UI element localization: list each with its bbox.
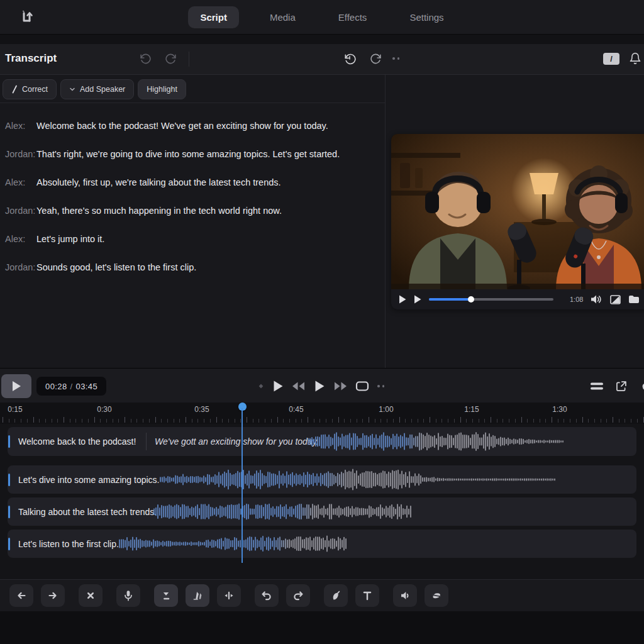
speaker-label: Jordan:: [5, 204, 36, 217]
timeline-clip[interactable]: Let's dive into some amazing topics.: [8, 465, 636, 494]
nav-tabs: Script Media Effects Settings: [0, 0, 644, 34]
export-icon[interactable]: [614, 380, 628, 393]
video-controls-bar: 1:08: [391, 289, 644, 309]
video-progress-knob[interactable]: [468, 296, 474, 303]
redo-alt-icon[interactable]: [370, 53, 382, 65]
redo-icon: [291, 589, 305, 602]
clip-accent-bar: [8, 506, 10, 518]
cut-x-icon: [84, 589, 97, 602]
cut-button[interactable]: [79, 584, 103, 607]
nav-sub-strip: [0, 35, 644, 44]
time-separator: /: [70, 382, 73, 391]
tracks-menu-icon[interactable]: [590, 382, 604, 391]
split-clip-icon: [191, 589, 204, 602]
more-options-icon[interactable]: [392, 57, 399, 60]
transcript-text: Absolutely, first up, we're talking abou…: [36, 177, 281, 187]
speaker-label: Alex:: [5, 176, 36, 189]
transcript-line[interactable]: Jordan:Sounds good, let's listen to the …: [5, 261, 377, 274]
record-button[interactable]: [116, 584, 140, 607]
audio-tool-button[interactable]: [393, 584, 417, 607]
highlight-button[interactable]: Highlight: [138, 79, 186, 99]
timeline-footer: [0, 611, 644, 644]
video-frame-image: [391, 134, 644, 289]
merge-arrows-icon: [222, 589, 236, 602]
correct-button[interactable]: Correct: [3, 79, 57, 99]
skip-forward-icon[interactable]: [333, 381, 347, 391]
transcript-body: Alex:Welcome back to the podcast! We've …: [5, 119, 377, 289]
clip-correction-text: We've gott an exciting show for you toda…: [155, 436, 319, 447]
notifications-bell-icon[interactable]: [629, 52, 641, 65]
undo-icon[interactable]: [139, 53, 151, 65]
merge-clips-button[interactable]: [217, 584, 241, 607]
pen-icon: [329, 589, 343, 602]
ruler-label: 1:00: [379, 405, 393, 414]
ruler-label: 0:15: [8, 405, 22, 414]
video-preview[interactable]: 1:08: [391, 134, 644, 309]
transcript-line[interactable]: Jordan:Yeah, there's so much happening i…: [5, 204, 377, 217]
marker-diamond-icon[interactable]: [258, 383, 264, 389]
chevron-down-icon: [69, 87, 75, 92]
shortcut-slash-icon[interactable]: /: [603, 53, 619, 65]
clip-label: Talking about the latest tech trends.: [18, 507, 157, 517]
timeline-clip[interactable]: Let's listen to the first clip.: [8, 530, 636, 558]
timeline-play-button[interactable]: [1, 374, 31, 398]
undo-button[interactable]: [255, 584, 279, 607]
tab-effects[interactable]: Effects: [326, 6, 379, 28]
tab-media[interactable]: Media: [258, 6, 308, 28]
transcript-text: Let's jump into it.: [36, 234, 104, 244]
speaker-label: Jordan:: [5, 261, 36, 274]
clip-label: Welcome back to the podcast!: [18, 436, 136, 447]
ruler-label: 0:45: [289, 405, 303, 414]
transcript-line[interactable]: Alex:Welcome back to the podcast! We've …: [5, 119, 377, 132]
ruler-ticks: [0, 416, 644, 423]
volume-icon[interactable]: [591, 294, 602, 304]
timecode-display: 00:28 / 03:45: [36, 377, 106, 396]
nudge-right-button[interactable]: [41, 584, 65, 607]
video-progress-slider[interactable]: [429, 298, 553, 301]
transport-more-icon[interactable]: [377, 385, 384, 387]
correct-pen-icon: [11, 85, 18, 94]
tab-settings[interactable]: Settings: [397, 6, 455, 28]
timeline-clip[interactable]: Welcome back to the podcast! We've gott …: [8, 427, 636, 456]
timeline-clip[interactable]: Talking about the latest tech trends.: [8, 497, 636, 526]
clip-accent-bar: [8, 474, 10, 486]
transcript-header: Transcript: [0, 44, 644, 75]
restore-version-icon[interactable]: [343, 53, 356, 65]
undo-icon: [260, 589, 274, 602]
publish-icon[interactable]: [640, 380, 644, 393]
transcript-line[interactable]: Jordan:That's right, we're going to dive…: [5, 148, 377, 160]
eraser-icon: [430, 589, 443, 602]
loop-icon[interactable]: [355, 380, 369, 392]
play-clip-icon[interactable]: [414, 295, 421, 304]
split-clip-button[interactable]: [186, 584, 209, 607]
timeline-right-controls: [590, 374, 644, 398]
play-icon[interactable]: [314, 380, 325, 392]
transcript-line[interactable]: Alex:Absolutely, first up, we're talking…: [5, 176, 377, 189]
eraser-tool-button[interactable]: [425, 584, 448, 607]
header-divider: [189, 52, 189, 67]
folder-icon[interactable]: [628, 295, 640, 304]
captions-icon[interactable]: [610, 295, 621, 304]
play-icon[interactable]: [399, 295, 406, 304]
tab-script[interactable]: Script: [188, 6, 239, 28]
redo-button[interactable]: [286, 584, 310, 607]
text-T-icon: [360, 589, 374, 602]
speaker-label: Jordan:: [5, 148, 36, 160]
panel-divider: [385, 75, 386, 368]
transcript-line[interactable]: Alex:Let's jump into it.: [5, 233, 377, 245]
speaker-label: Alex:: [5, 233, 36, 245]
pen-tool-button[interactable]: [324, 584, 348, 607]
text-tool-button[interactable]: [355, 584, 379, 607]
marker-button[interactable]: [154, 584, 178, 607]
nudge-left-button[interactable]: [9, 584, 33, 607]
clip-accent-bar: [8, 538, 10, 550]
clip-accent-bar: [8, 435, 10, 448]
marker-dropdown-icon: [159, 589, 173, 602]
redo-icon[interactable]: [165, 53, 177, 65]
clip-label: Let's listen to the first clip.: [18, 539, 119, 549]
add-speaker-button[interactable]: Add Speaker: [60, 79, 134, 99]
playhead-handle[interactable]: [238, 402, 247, 411]
timeline-ruler[interactable]: 0:15 0:30 0:35 0:45 1:00 1:15 1:30: [0, 402, 644, 424]
skip-back-icon[interactable]: [292, 381, 306, 391]
play-selection-icon[interactable]: [272, 380, 284, 392]
